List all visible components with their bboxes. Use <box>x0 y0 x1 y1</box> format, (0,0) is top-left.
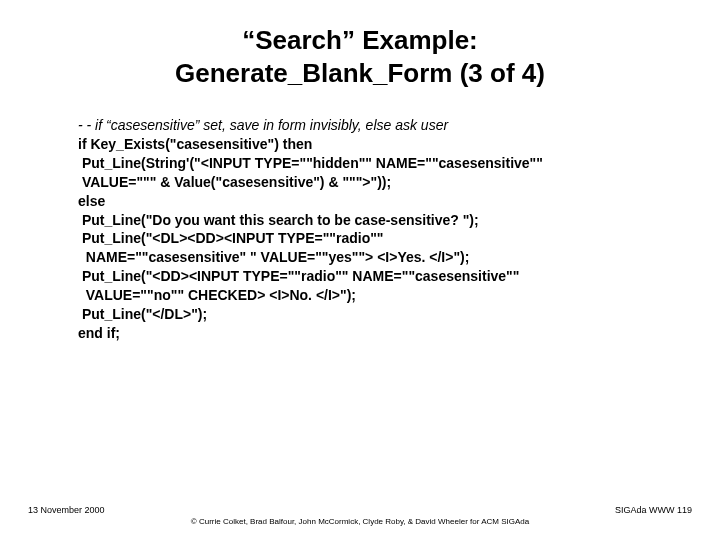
slide: “Search” Example:Generate_Blank_Form (3 … <box>0 0 720 540</box>
slide-title: “Search” Example:Generate_Blank_Form (3 … <box>40 24 680 89</box>
footer-pageref: SIGAda WWW 119 <box>615 505 692 515</box>
footer: 13 November 2000 SIGAda WWW 119 © Currie… <box>0 505 720 526</box>
footer-date: 13 November 2000 <box>28 505 105 515</box>
code-block: if Key_Exists("casesensitive") then Put_… <box>78 135 660 343</box>
footer-top: 13 November 2000 SIGAda WWW 119 <box>28 505 692 515</box>
slide-body: - - if “casesensitive” set, save in form… <box>40 117 680 343</box>
footer-copyright: © Currie Colket, Brad Balfour, John McCo… <box>28 517 692 526</box>
code-comment: - - if “casesensitive” set, save in form… <box>78 117 660 133</box>
